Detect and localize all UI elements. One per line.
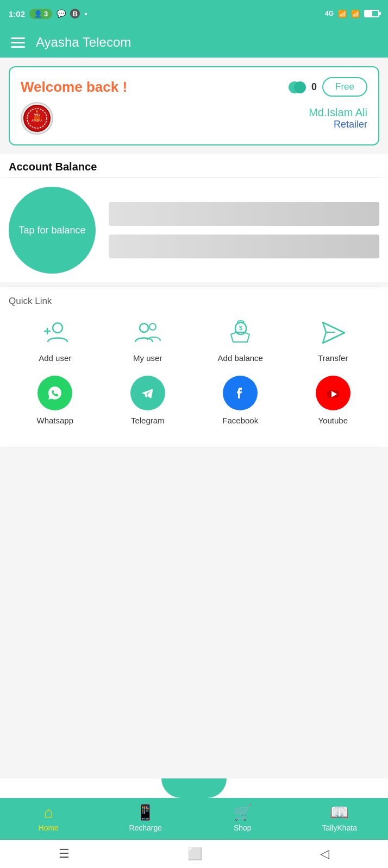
quick-item-facebook[interactable]: Facebook (194, 376, 287, 425)
svg-point-16 (139, 384, 157, 402)
social-grid: Whatsapp Telegram Facebook (9, 376, 379, 425)
quick-item-whatsapp[interactable]: Whatsapp (9, 376, 102, 425)
android-back-icon[interactable]: ◁ (320, 847, 329, 861)
app-header: Ayasha Telecom (0, 27, 388, 58)
status-right: 4G 📶 📶 (325, 10, 379, 18)
telegram-icon (130, 376, 165, 410)
my-user-label: My user (133, 353, 162, 363)
b-icon: B (70, 9, 80, 18)
nav-tallykhata[interactable]: 📖 TallyKhata (291, 803, 389, 832)
account-balance-section: Account Balance Tap for balance (0, 154, 388, 287)
recharge-label: Recharge (129, 823, 162, 832)
hamburger-menu[interactable] (11, 37, 25, 48)
quick-item-add-balance[interactable]: $ Add balance (194, 318, 287, 363)
free-button[interactable]: Free (322, 77, 367, 97)
quick-actions-grid: Add user My user $ (9, 318, 379, 363)
transfer-label: Transfer (318, 353, 348, 363)
facebook-icon (223, 376, 258, 410)
quick-link-title: Quick Link (9, 296, 379, 307)
welcome-card: Welcome back ! 0 Free ৭৭১ AYASHA Md.Isla… (9, 66, 379, 145)
shop-label: Shop (234, 823, 252, 832)
add-user-label: Add user (39, 353, 71, 363)
bottom-nav-wrapper: ⌂ Home 📱 Recharge 🛒 Shop 📖 TallyKhata (0, 778, 388, 840)
app-title: Ayasha Telecom (36, 35, 131, 50)
balance-bars (109, 202, 379, 258)
tap-balance-label: Tap for balance (18, 225, 85, 236)
balance-bar-2 (109, 235, 379, 258)
system-nav-bar: ☰ ⬜ ◁ (0, 840, 388, 868)
status-left: 1:02 👤 3 💬 B • (9, 9, 87, 19)
nav-home[interactable]: ⌂ Home (0, 804, 97, 832)
chat-icon: 💬 (57, 9, 66, 18)
quick-link-section: Quick Link Add user (0, 287, 388, 447)
bottom-nav-arc (0, 778, 388, 798)
tallykhata-icon: 📖 (330, 803, 349, 821)
status-bar: 1:02 👤 3 💬 B • 4G 📶 📶 (0, 0, 388, 27)
coins-section: 0 Free (289, 77, 367, 97)
bottom-navigation: ⌂ Home 📱 Recharge 🛒 Shop 📖 TallyKhata (0, 798, 388, 840)
tap-balance-button[interactable]: Tap for balance (9, 187, 96, 274)
add-balance-label: Add balance (218, 353, 263, 363)
balance-content: Tap for balance (0, 178, 388, 282)
home-icon: ⌂ (44, 804, 53, 821)
battery-icon (364, 10, 379, 17)
my-user-icon (133, 318, 163, 348)
user-info: Md.Islam Ali Retailer (309, 106, 367, 130)
user-role: Retailer (309, 119, 367, 130)
signal-bars-2: 📶 (351, 10, 360, 18)
company-logo: ৭৭১ AYASHA (21, 102, 53, 135)
whatsapp-icon (37, 376, 72, 410)
coin-icon (289, 81, 306, 92)
android-home-icon[interactable]: ⬜ (187, 847, 202, 861)
balance-bar-1 (109, 202, 379, 226)
divider-3 (9, 447, 379, 447)
account-balance-title: Account Balance (0, 154, 388, 178)
signal-4g-label: 4G (325, 10, 334, 17)
welcome-greeting: Welcome back ! (21, 79, 127, 96)
dot-indicator: • (84, 9, 87, 18)
svg-point-10 (149, 324, 156, 330)
user-name: Md.Islam Ali (309, 106, 367, 119)
quick-item-youtube[interactable]: Youtube (287, 376, 380, 425)
telegram-label: Telegram (131, 416, 165, 425)
quick-item-transfer[interactable]: Transfer (287, 318, 380, 363)
transfer-icon (318, 318, 348, 348)
quick-item-telegram[interactable]: Telegram (102, 376, 195, 425)
welcome-top-row: Welcome back ! 0 Free (21, 77, 367, 97)
signal-bars-1: 📶 (338, 10, 347, 18)
svg-point-6 (53, 323, 62, 333)
quick-item-add-user[interactable]: Add user (9, 318, 102, 363)
tallykhata-label: TallyKhata (322, 823, 357, 832)
facebook-label: Facebook (222, 416, 258, 425)
youtube-icon (316, 376, 351, 410)
svg-point-9 (140, 324, 148, 332)
arc-cutout (161, 778, 227, 798)
nav-recharge[interactable]: 📱 Recharge (97, 803, 195, 832)
notification-badge: 👤 3 (29, 9, 52, 19)
youtube-label: Youtube (318, 416, 348, 425)
home-label: Home (39, 823, 59, 832)
logo-svg: ৭৭১ AYASHA (23, 104, 51, 132)
shop-icon: 🛒 (233, 803, 252, 821)
add-user-icon (40, 318, 70, 348)
android-menu-icon[interactable]: ☰ (59, 847, 70, 861)
recharge-icon: 📱 (136, 803, 155, 821)
svg-point-5 (34, 115, 40, 122)
welcome-bottom-row: ৭৭১ AYASHA Md.Islam Ali Retailer (21, 102, 367, 135)
whatsapp-label: Whatsapp (36, 416, 73, 425)
coin-count: 0 (311, 81, 317, 93)
quick-item-my-user[interactable]: My user (102, 318, 195, 363)
add-balance-icon: $ (225, 318, 255, 348)
time-display: 1:02 (9, 9, 25, 18)
nav-shop[interactable]: 🛒 Shop (194, 803, 291, 832)
svg-text:$: $ (239, 325, 242, 331)
